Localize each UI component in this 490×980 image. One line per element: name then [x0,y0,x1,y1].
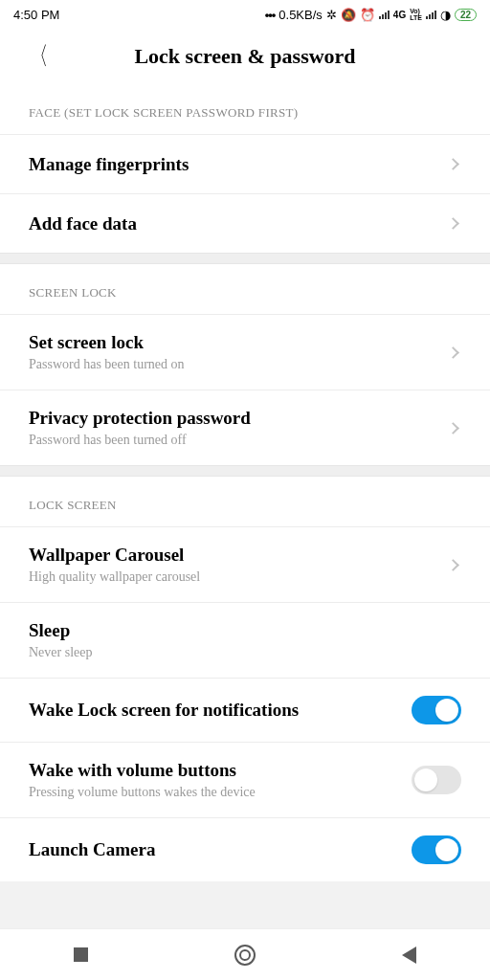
section-header-lock-screen: LOCK SCREEN [0,477,490,526]
row-manage-fingerprints[interactable]: Manage fingerprints [0,134,490,193]
alarm-icon: ⏰ [360,8,375,22]
chevron-right-icon [447,559,459,571]
chevron-right-icon [447,422,459,434]
row-title: Wallpaper Carousel [29,545,449,566]
row-title: Set screen lock [29,332,449,353]
recents-button[interactable] [74,947,88,962]
toggle-wake-volume[interactable] [412,766,461,794]
row-subtitle: High quality wallpaper carousel [29,569,449,585]
content-scroll[interactable]: FACE (SET LOCK SCREEN PASSWORD FIRST) Ma… [0,84,490,928]
status-time: 4:50 PM [13,8,59,22]
back-button[interactable]: 〈 [31,44,48,69]
app-header: 〈 Lock screen & password [0,29,490,84]
status-right: ••• 0.5KB/s ✲ 🔕 ⏰ 4G Vo)LTE ◑ 22 [265,8,477,22]
row-wake-volume: Wake with volume buttons Pressing volume… [0,742,490,817]
signal2-icon [426,11,436,19]
status-bar: 4:50 PM ••• 0.5KB/s ✲ 🔕 ⏰ 4G Vo)LTE ◑ 22 [0,0,490,29]
status-speed: 0.5KB/s [278,8,323,22]
row-title: Wake Lock screen for notifications [29,700,412,721]
row-launch-camera: Launch Camera [0,817,490,881]
row-subtitle: Password has been turned off [29,433,449,448]
section-header-screen-lock: SCREEN LOCK [0,264,490,314]
bluetooth-icon: ✲ [326,8,337,22]
page-title: Lock screen & password [0,44,490,69]
nav-bar [0,928,490,980]
network-label: 4G [393,10,406,20]
row-subtitle: Never sleep [29,645,461,660]
row-title: Manage fingerprints [29,154,449,175]
toggle-launch-camera[interactable] [412,835,461,864]
chevron-right-icon [447,217,459,230]
row-wallpaper-carousel[interactable]: Wallpaper Carousel High quality wallpape… [0,526,490,602]
wifi-icon: ◑ [440,8,451,22]
row-title: Wake with volume buttons [29,760,412,781]
row-subtitle: Password has been turned on [29,357,449,372]
back-nav-button[interactable] [402,947,416,964]
row-sleep[interactable]: Sleep Never sleep [0,602,490,678]
section-face: FACE (SET LOCK SCREEN PASSWORD FIRST) Ma… [0,84,490,253]
row-title: Sleep [29,620,461,641]
chevron-right-icon [447,346,459,359]
row-subtitle: Pressing volume buttons wakes the device [29,785,412,800]
row-privacy-protection[interactable]: Privacy protection password Password has… [0,390,490,465]
section-divider [0,253,490,264]
row-title: Privacy protection password [29,408,449,429]
section-divider [0,465,490,477]
dnd-icon: 🔕 [341,8,356,22]
signal-icon [379,11,390,19]
chevron-right-icon [447,158,459,170]
row-title: Launch Camera [29,839,412,860]
section-lock-screen: LOCK SCREEN Wallpaper Carousel High qual… [0,477,490,881]
row-wake-notifications: Wake Lock screen for notifications [0,678,490,742]
battery-icon: 22 [455,9,477,21]
section-screen-lock: SCREEN LOCK Set screen lock Password has… [0,264,490,465]
section-header-face: FACE (SET LOCK SCREEN PASSWORD FIRST) [0,84,490,134]
row-add-face-data[interactable]: Add face data [0,193,490,253]
row-title: Add face data [29,213,449,234]
volte-label: Vo)LTE [410,8,422,21]
home-button[interactable] [234,945,256,966]
row-set-screen-lock[interactable]: Set screen lock Password has been turned… [0,314,490,390]
toggle-wake-notifications[interactable] [412,696,461,724]
